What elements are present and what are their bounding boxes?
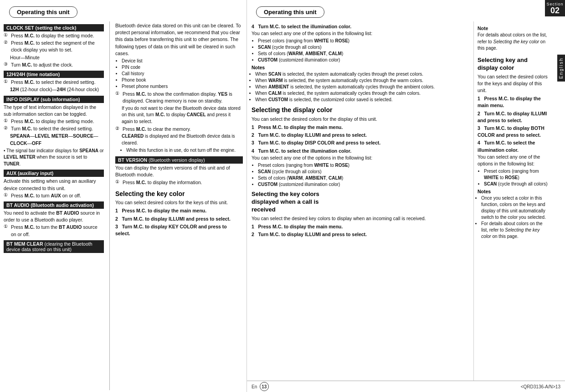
aside-note-header: Note — [478, 25, 549, 32]
key-display-step2: 2 Turn M.C. to display ILLUMI and press … — [478, 110, 549, 124]
illumi-step4-bold: 4 Turn M.C. to select the illumination c… — [252, 23, 470, 30]
key-display-step3: 3 Turn M.C. to display BOTH COLOR and pr… — [478, 125, 549, 139]
bt-audio-label: BT AUDIO (Bluetooth audio activation) — [6, 202, 94, 208]
left-section-header: Operating this unit — [9, 6, 77, 18]
info-display-heading: INFO DISPLAY (sub information) — [4, 96, 104, 103]
time-notation-label: 12H/24H (time notation) — [6, 72, 60, 77]
key-color-step1: 1 Press M.C. to display the main menu. — [115, 207, 243, 214]
key-display-color-intro: You can select the desired colors for th… — [478, 73, 549, 94]
info-display-note: • The signal bar indicator displays for … — [4, 148, 104, 168]
time-notation-heading: 12H/24H (time notation) — [4, 71, 104, 78]
call-colors-step2: 2 Turn M.C. to display ILLUMI and press … — [252, 231, 470, 238]
column-divider — [109, 21, 110, 390]
right-aside: Note For details about colors on the lis… — [474, 21, 565, 381]
notes-block-1: Notes When SCAN is selected, the system … — [252, 65, 470, 103]
aux-item: ①Press M.C. to turn AUX on or off. — [4, 192, 104, 199]
right-page-inner: 4 Turn M.C. to select the illumination c… — [247, 21, 565, 381]
info-display-items: ①Press M.C. to display the setting mode.… — [4, 118, 104, 147]
selecting-key-color-h2: Selecting the key color — [115, 190, 243, 198]
bt-mem-clear-bullets: Device list PIN code Call history Phone … — [122, 58, 243, 90]
aux-label: AUX (auxiliary input) — [6, 170, 53, 176]
bt-audio-text: You need to activate the BT AUDIO source… — [4, 210, 104, 223]
display-color-step1: 1 Press M.C. to display the main menu. — [252, 124, 470, 131]
left-column: Operating this unit CLOCK SET (setting t… — [0, 0, 247, 392]
display-color-intro: You can select the desired colors for th… — [252, 116, 470, 123]
key-color-step3: 3 Turn M.C. to display KEY COLOR and pre… — [115, 223, 243, 237]
key-display-notes-block: Notes Once you select a color in this fu… — [478, 189, 549, 240]
key-display-notes-list: Once you select a color in this function… — [481, 195, 549, 240]
page-number-circle: 13 — [260, 382, 269, 391]
bottom-bar: En 13 <QRD3136-A/N>13 — [247, 381, 565, 392]
left-sub-column: CLOCK SET (setting the clock) ①Press M.C… — [4, 21, 104, 390]
aside-note-text: For details about colors on the list, re… — [478, 32, 549, 52]
right-main-content: 4 Turn M.C. to select the illumination c… — [247, 21, 474, 381]
call-colors-step1: 1 Press M.C. to display the main menu. — [252, 223, 470, 230]
bt-mem-step2: ②Press M.C. to clear the memory. — [115, 126, 243, 133]
key-display-bullets: Preset colors (ranging from WHITE to ROS… — [484, 168, 549, 187]
info-display-text: The type of text information displayed i… — [4, 104, 104, 118]
aside-note: Note For details about colors on the lis… — [478, 25, 549, 52]
key-display-color-h2: Selecting key and display color — [478, 57, 549, 72]
bottom-en-label: En 13 — [252, 382, 269, 391]
bt-version-item: ①Press M.C. to display the information. — [115, 179, 243, 186]
display-color-step3: 3 Turn M.C. to display DISP COLOR and pr… — [252, 139, 470, 146]
bottom-code: <QRD3136-A/N>13 — [521, 384, 560, 389]
display-color-bullets: Preset colors (ranging from WHITE to ROS… — [258, 162, 470, 188]
bt-mem-clear-heading: BT MEM CLEAR (clearing the Bluetooth dev… — [4, 240, 104, 253]
key-display-step4-text: You can select any one of the options in… — [478, 154, 549, 167]
key-display-step1: 1 Press M.C. to display the main menu. — [478, 95, 549, 109]
right-section-header: Operating this unit — [256, 6, 324, 18]
bt-version-text: You can display the system versions of t… — [115, 165, 243, 178]
display-color-h2: Selecting the display color — [252, 106, 470, 114]
bt-mem-step1-note: If you do not want to clear the Bluetoot… — [122, 105, 243, 125]
right-sub-column: Bluetooth device data stored on this uni… — [115, 21, 243, 390]
key-display-notes-title: Notes — [478, 189, 491, 194]
bt-mem-step2-bullets: While this function is in use, do not tu… — [126, 147, 243, 154]
selecting-key-color-intro: You can select desired colors for the ke… — [115, 199, 243, 206]
display-color-step4-bold: 4 Turn M.C. to select the illumination c… — [252, 148, 470, 155]
section-badge: Section 02 — [545, 0, 565, 16]
call-colors-h2: Selecting the key colorsdisplayed when a… — [252, 191, 470, 214]
notes-title-1: Notes — [252, 65, 265, 70]
page-container: Operating this unit CLOCK SET (setting t… — [0, 0, 565, 392]
section-number: 02 — [545, 6, 565, 15]
display-color-step2: 2 Turn M.C. to display ILLUMI and press … — [252, 132, 470, 139]
display-color-step4-text: You can select any one of the options in… — [252, 155, 470, 161]
info-display-label: INFO DISPLAY (sub information) — [6, 97, 80, 102]
clock-set-heading: CLOCK SET (setting the clock) — [4, 24, 104, 31]
bt-audio-heading: BT AUDIO (Bluetooth audio activation) — [4, 201, 104, 209]
right-column: Section 02 English Operating this unit 4… — [247, 0, 565, 392]
aux-heading: AUX (auxiliary input) — [4, 170, 104, 177]
aux-text: Activate this setting when using an auxi… — [4, 178, 104, 191]
bt-mem-cleared: CLEARED is displayed and the Bluetooth d… — [122, 133, 243, 146]
notes-list-1: When SCAN is selected, the system automa… — [255, 71, 470, 103]
illumi-step4-text: You can select any one of the options in… — [252, 30, 470, 37]
bt-mem-step1: ①Press M.C. to show the confirmation dis… — [115, 91, 243, 104]
bt-audio-item: ①Press M.C. to turn the BT AUDIO source … — [4, 224, 104, 237]
time-notation-items: ①Press M.C. to select the desired settin… — [4, 79, 104, 93]
call-colors-intro: You can select the desired key colors to… — [252, 215, 470, 222]
key-display-step4-bold: 4 Turn M.C. to select the illumination c… — [478, 139, 549, 153]
illumi-bullets: Preset colors (ranging from WHITE to ROS… — [258, 38, 470, 63]
key-color-step2: 2 Turn M.C. to display ILLUMI and press … — [115, 216, 243, 222]
bt-mem-clear-text: Bluetooth device data stored on this uni… — [115, 22, 243, 57]
clock-set-items: ①Press M.C. to display the setting mode.… — [4, 32, 104, 68]
bt-version-heading: BT VERSION (Bluetooth version display) — [115, 156, 243, 164]
clock-set-label: CLOCK SET (setting the clock) — [6, 25, 76, 31]
